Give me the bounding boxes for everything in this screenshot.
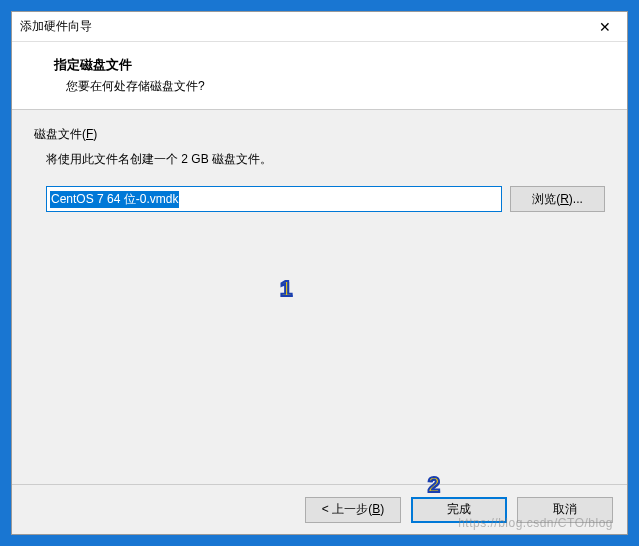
close-icon: ✕ [599, 19, 611, 35]
disk-file-value: CentOS 7 64 位-0.vmdk [50, 191, 179, 208]
file-input-row: CentOS 7 64 位-0.vmdk 浏览(R)... [46, 186, 605, 212]
disk-file-label: 磁盘文件(F) [34, 126, 605, 143]
window-title: 添加硬件向导 [20, 18, 92, 35]
wizard-header: 指定磁盘文件 您要在何处存储磁盘文件? [12, 42, 627, 110]
titlebar: 添加硬件向导 ✕ [12, 12, 627, 42]
wizard-body: 磁盘文件(F) 将使用此文件名创建一个 2 GB 磁盘文件。 CentOS 7 … [12, 110, 627, 484]
header-title: 指定磁盘文件 [54, 56, 605, 74]
close-button[interactable]: ✕ [582, 12, 627, 41]
annotation-marker-1: 1 [280, 276, 292, 302]
disk-file-input[interactable]: CentOS 7 64 位-0.vmdk [46, 186, 502, 212]
disk-file-description: 将使用此文件名创建一个 2 GB 磁盘文件。 [46, 151, 605, 168]
watermark-text: https://blog.csdn/CTO/blog [458, 516, 613, 530]
browse-button[interactable]: 浏览(R)... [510, 186, 605, 212]
back-button[interactable]: < 上一步(B) [305, 497, 401, 523]
add-hardware-wizard-dialog: 添加硬件向导 ✕ 指定磁盘文件 您要在何处存储磁盘文件? 磁盘文件(F) 将使用… [11, 11, 628, 535]
header-subtitle: 您要在何处存储磁盘文件? [66, 78, 605, 95]
